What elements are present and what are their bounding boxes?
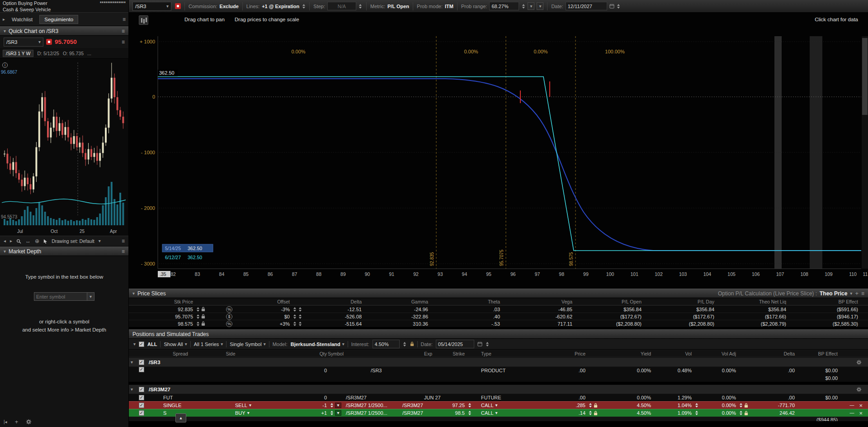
positions-collapse-icon[interactable] — [133, 342, 136, 346]
lock-icon[interactable] — [744, 403, 748, 408]
stepper-icon[interactable] — [292, 307, 297, 312]
cell-price[interactable]: .14 — [530, 410, 586, 416]
calendar-icon[interactable] — [477, 342, 482, 346]
drawing-set-dropdown-icon[interactable] — [99, 239, 101, 243]
sim-date-input[interactable] — [436, 340, 474, 348]
cell-qty[interactable]: +1 — [260, 410, 328, 416]
price-slices-collapse-icon[interactable] — [132, 291, 135, 296]
quickchart-collapse-icon[interactable] — [4, 29, 6, 33]
stepper-icon[interactable] — [694, 411, 698, 415]
gear-icon[interactable] — [856, 387, 862, 392]
cell-qty[interactable]: -1 — [260, 403, 328, 408]
gear-icon[interactable] — [856, 360, 862, 365]
price-slice-lines[interactable] — [436, 36, 576, 269]
minimize-trade-button[interactable] — [849, 403, 854, 408]
slice-offset[interactable]: $0 — [240, 314, 291, 319]
cell-strike[interactable]: 98.5 — [443, 410, 466, 416]
prob-range-dropdown-button[interactable] — [528, 2, 534, 10]
offset-mode-chip[interactable]: % — [226, 306, 232, 313]
stepper-icon[interactable] — [330, 411, 334, 415]
pan-right-icon[interactable] — [10, 239, 12, 243]
cell-vol[interactable]: 1.04% — [652, 403, 693, 408]
stepper-icon[interactable] — [330, 403, 334, 408]
pan-left-icon[interactable] — [4, 239, 6, 243]
crosshair-icon[interactable] — [35, 238, 39, 244]
drawing-set-label[interactable]: Drawing set: Default — [52, 238, 94, 244]
cell-type[interactable]: CALL — [476, 403, 530, 408]
cell-strike[interactable]: 97.25 — [443, 403, 466, 408]
stepper-icon[interactable] — [298, 322, 302, 326]
row-checkbox[interactable] — [139, 367, 144, 372]
calendar-icon[interactable] — [609, 4, 614, 9]
position-group-row[interactable]: /SR3 — [129, 357, 868, 366]
stepper-icon[interactable] — [403, 342, 407, 346]
stepper-icon[interactable] — [298, 307, 302, 312]
lock-icon[interactable] — [201, 307, 205, 312]
position-group-row[interactable]: /SR3M27 — [129, 384, 868, 394]
slice-price[interactable]: 98.575 — [129, 321, 194, 327]
minimize-trade-button[interactable] — [849, 411, 854, 415]
add-panel-icon[interactable] — [15, 419, 19, 425]
slice-offset[interactable]: +3% — [240, 321, 291, 327]
group-checkbox[interactable] — [139, 360, 144, 365]
stepper-icon[interactable] — [486, 342, 490, 346]
stepper-icon[interactable] — [521, 4, 525, 9]
cell-type[interactable]: CALL — [476, 410, 530, 416]
stepper-icon[interactable] — [588, 411, 592, 415]
prob-mode-value[interactable]: ITM — [445, 4, 453, 9]
chart-scrollbar-thumb[interactable] — [862, 38, 868, 115]
stepper-icon[interactable] — [298, 314, 302, 319]
quickchart-menu-icon[interactable] — [122, 28, 125, 34]
mini-chart[interactable]: 96.6867 94.5573 — [0, 59, 128, 228]
lock-icon[interactable] — [410, 342, 414, 346]
cell-option-desc[interactable]: /SR3M27 1/2500... — [346, 410, 402, 416]
row-checkbox[interactable] — [139, 395, 144, 400]
stepper-icon[interactable] — [196, 314, 200, 319]
gear-icon[interactable] — [26, 419, 32, 425]
watchlist-menu-icon[interactable] — [123, 17, 126, 22]
slice-price[interactable]: 92.835 — [129, 307, 194, 312]
add-slice-button[interactable] — [855, 290, 859, 296]
remove-trade-button[interactable] — [859, 403, 863, 408]
risk-profile-chart[interactable]: + 1000 0 - 1000 - 2000 - 3000 0.00% 0.00… — [129, 13, 868, 289]
remove-trade-button[interactable] — [859, 410, 863, 416]
prob-range-dropdown-button[interactable] — [537, 2, 543, 10]
chart-toolbar-menu-icon[interactable] — [122, 238, 125, 244]
stepper-icon[interactable] — [467, 411, 472, 415]
slices-menu-icon[interactable] — [861, 291, 864, 296]
cell-side[interactable]: SELL — [201, 403, 260, 408]
expand-strategy-button[interactable] — [335, 410, 341, 416]
symbol-dropdown-button[interactable] — [87, 292, 94, 301]
row-checkbox[interactable] — [139, 403, 144, 408]
symbol-mode-select[interactable]: Single Symbol — [230, 342, 265, 347]
date-input[interactable] — [566, 2, 607, 10]
group-collapse-icon[interactable] — [129, 360, 139, 365]
prob-range-input[interactable] — [489, 2, 519, 10]
watchlist-expand-icon[interactable] — [3, 17, 5, 22]
quickchart-settings-icon[interactable] — [122, 39, 125, 45]
group-checkbox[interactable] — [139, 387, 144, 392]
metric-value[interactable]: P/L Open — [387, 4, 409, 9]
calc-dropdown-icon[interactable] — [850, 291, 852, 296]
group-collapse-icon[interactable] — [129, 387, 139, 392]
model-select[interactable]: Bjerksund-Stensland — [291, 342, 344, 347]
calc-value[interactable]: Theo Price — [820, 290, 847, 297]
stepper-icon[interactable] — [588, 403, 592, 408]
stepper-icon[interactable] — [196, 307, 200, 312]
cell-vol-adj[interactable]: 0.00% — [701, 403, 737, 408]
slice-offset[interactable]: -3% — [240, 307, 291, 312]
tab-seguimiento[interactable]: Seguimiento — [39, 15, 78, 24]
cell-price[interactable]: .285 — [530, 403, 586, 408]
stepper-icon[interactable] — [359, 4, 363, 9]
interest-input[interactable] — [373, 340, 400, 348]
info-icon[interactable] — [2, 62, 8, 68]
cell-vol[interactable]: 1.09% — [652, 410, 693, 416]
zoom-icon[interactable] — [16, 239, 21, 244]
market-depth-menu-icon[interactable] — [122, 249, 125, 254]
cell-option-desc[interactable]: /SR3M27 1/2500... — [346, 403, 402, 408]
symbol-select[interactable]: /SR3 — [132, 2, 171, 11]
lines-value[interactable]: +1 @ Expiration — [262, 4, 299, 9]
tab-watchlist[interactable]: Watchlist — [7, 15, 37, 24]
row-checkbox[interactable] — [139, 410, 144, 416]
dock-panel-icon[interactable] — [4, 420, 7, 424]
